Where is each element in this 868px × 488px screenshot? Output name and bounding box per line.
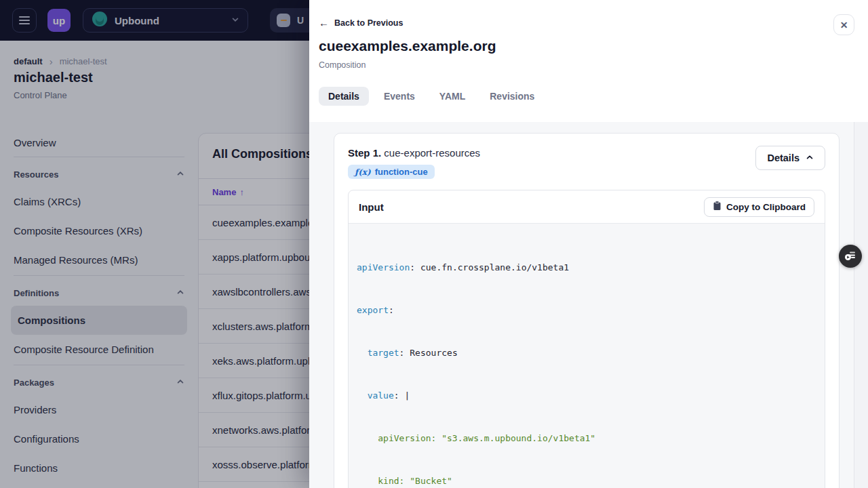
step-1-details-button[interactable]: Details bbox=[755, 146, 825, 170]
function-badge-label: function-cue bbox=[375, 167, 428, 177]
yaml-code-block: apiVersion: cue.fn.crossplane.io/v1beta1… bbox=[349, 223, 825, 488]
tab-yaml[interactable]: YAML bbox=[430, 87, 475, 106]
close-button[interactable]: ✕ bbox=[833, 14, 854, 35]
fx-icon: ƒ(x) bbox=[355, 167, 371, 177]
drawer-tabs: Details Events YAML Revisions bbox=[319, 87, 544, 106]
tab-events[interactable]: Events bbox=[374, 87, 425, 106]
copy-to-clipboard-button[interactable]: Copy to Clipboard bbox=[704, 197, 814, 217]
drawer-title: cueexamples.example.org bbox=[319, 38, 496, 54]
drawer-header: ← Back to Previous ✕ cueexamples.example… bbox=[309, 0, 868, 122]
drawer-body: Step 1. cue-export-resources ƒ(x) functi… bbox=[309, 122, 868, 488]
app-root: up Upbound U default › michael-test mich… bbox=[0, 0, 868, 488]
close-icon: ✕ bbox=[840, 20, 848, 30]
modal-backdrop[interactable] bbox=[0, 0, 309, 488]
clipboard-icon bbox=[713, 201, 722, 213]
feedback-widget-icon bbox=[844, 249, 857, 264]
chevron-up-icon bbox=[806, 152, 814, 163]
tab-details[interactable]: Details bbox=[319, 87, 369, 106]
function-badge: ƒ(x) function-cue bbox=[348, 165, 435, 179]
drawer-subtitle: Composition bbox=[319, 60, 366, 70]
feedback-widget-button[interactable] bbox=[839, 245, 862, 268]
step-1-card: Step 1. cue-export-resources ƒ(x) functi… bbox=[334, 133, 840, 488]
copy-label: Copy to Clipboard bbox=[726, 202, 806, 212]
step-1-title: Step 1. cue-export-resources bbox=[348, 146, 480, 159]
tab-revisions[interactable]: Revisions bbox=[480, 87, 544, 106]
input-panel-title: Input bbox=[359, 201, 384, 213]
composition-details-drawer: ← Back to Previous ✕ cueexamples.example… bbox=[309, 0, 868, 488]
scroll-gutter bbox=[854, 122, 868, 488]
back-arrow-icon: ← bbox=[319, 19, 329, 27]
input-panel: Input Copy to Clipboard apiVersion: cue.… bbox=[348, 190, 825, 488]
back-to-previous-link[interactable]: ← Back to Previous bbox=[319, 18, 403, 28]
back-label: Back to Previous bbox=[334, 18, 403, 28]
